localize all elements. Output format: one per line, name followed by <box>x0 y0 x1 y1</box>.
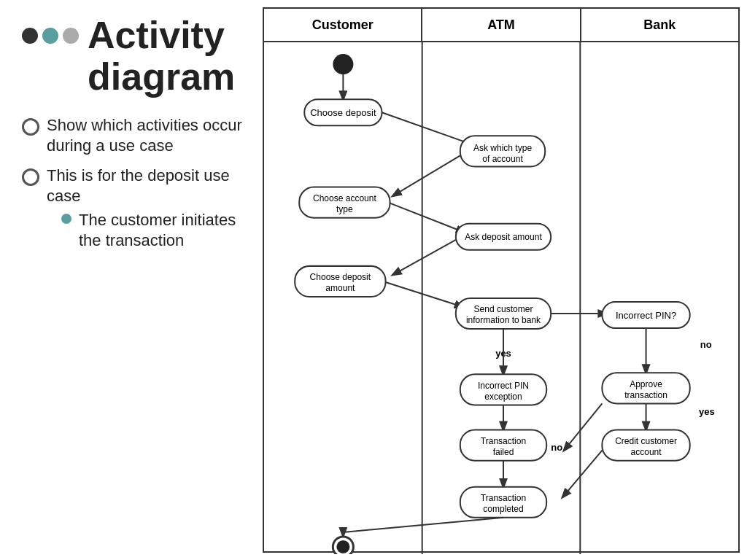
svg-line-18 <box>343 518 503 532</box>
svg-line-14 <box>564 403 602 450</box>
col-header-customer: Customer <box>264 9 422 41</box>
credit-customer-label-2: account <box>631 447 662 457</box>
choose-deposit-amount-label-1: Choose deposit <box>310 272 371 282</box>
activity-diagram-svg: Choose deposit Ask which type of account… <box>264 42 738 554</box>
svg-line-9 <box>386 282 463 307</box>
dot-1 <box>22 28 38 44</box>
incorrect-pin-exc-label-2: exception <box>484 392 522 402</box>
col-header-bank: Bank <box>581 9 738 41</box>
choose-account-type-label: Choose account <box>313 193 376 203</box>
sub-bullet-1: The customer initiates the transaction <box>61 210 248 250</box>
diagram-container: Customer ATM Bank Choose deposit <box>263 7 740 553</box>
title-area: Activity diagram <box>22 15 248 98</box>
transaction-failed-label-2: failed <box>493 447 514 457</box>
send-info-label-1: Send customer <box>474 304 533 314</box>
svg-text:of account: of account <box>482 154 523 164</box>
no2-label: no <box>551 442 562 453</box>
dots-area <box>22 28 79 44</box>
page-title: Activity diagram <box>88 15 235 98</box>
incorrect-pin-exc-label-1: Incorrect PIN <box>478 381 529 391</box>
svg-line-17 <box>562 451 602 497</box>
col-header-atm: ATM <box>422 9 581 41</box>
transaction-completed-label-1: Transaction <box>481 493 526 503</box>
end-inner-circle <box>336 540 349 553</box>
dot-2 <box>42 28 58 44</box>
credit-customer-label-1: Credit customer <box>615 436 677 446</box>
approve-transaction-label-1: Approve <box>630 379 662 389</box>
bullet-1: Show which activities occur during a use… <box>22 115 248 155</box>
ask-which-type-label: Ask which type <box>473 143 532 153</box>
transaction-completed-label-2: completed <box>483 504 523 514</box>
ask-deposit-amount-label: Ask deposit amount <box>465 232 542 242</box>
column-headers: Customer ATM Bank <box>264 9 738 42</box>
choose-deposit-label: Choose deposit <box>310 107 376 118</box>
svg-line-8 <box>393 240 456 275</box>
sub-bullet-list: The customer initiates the transaction <box>47 210 248 250</box>
dot-3 <box>63 28 79 44</box>
svg-line-3 <box>382 112 473 144</box>
approve-transaction-label-2: transaction <box>624 390 667 400</box>
start-node <box>333 54 353 74</box>
right-panel: Customer ATM Bank Choose deposit <box>263 0 747 560</box>
svg-line-5 <box>393 155 460 195</box>
left-panel: Activity diagram Show which activities o… <box>0 0 263 560</box>
svg-text:type: type <box>336 204 353 214</box>
svg-line-7 <box>390 203 465 233</box>
bullet-2: This is for the deposit use case The cus… <box>22 166 248 256</box>
choose-deposit-amount-label-2: amount <box>325 283 355 293</box>
main-bullet-list: Show which activities occur during a use… <box>22 115 248 266</box>
transaction-failed-label-1: Transaction <box>481 436 526 446</box>
send-info-label-2: information to bank <box>466 315 541 325</box>
no-label: no <box>700 339 712 350</box>
incorrect-pin-q-label: Incorrect PIN? <box>616 310 676 321</box>
yes2-label: yes <box>699 406 715 417</box>
